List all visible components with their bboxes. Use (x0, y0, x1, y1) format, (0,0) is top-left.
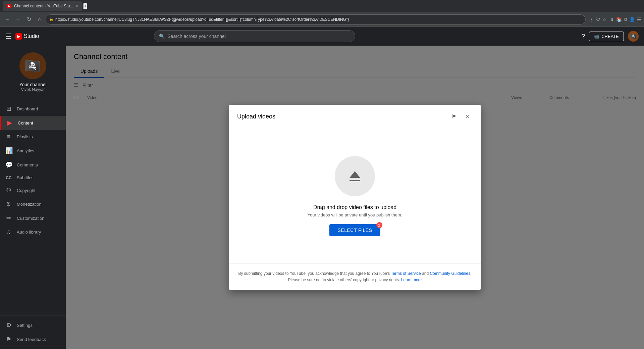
header-right-section: ? 📹 CREATE 🏴‍☠️ (581, 31, 639, 42)
analytics-icon: 📊 (5, 147, 12, 154)
search-icon: 🔍 (159, 34, 165, 39)
forward-button[interactable]: → (13, 15, 23, 24)
sidebar-item-content[interactable]: ▶ Content (0, 116, 66, 130)
page-content: Channel content Uploads Live ☰ Filter Vi… (66, 46, 644, 349)
audio-icon: ♫ (5, 229, 12, 236)
tos-link[interactable]: Terms of Service (391, 271, 421, 276)
sidebar-item-copyright[interactable]: © Copyright (0, 184, 66, 197)
browser-tab-bar: ▶ Channel content - YouTube Stu... × + (0, 0, 644, 12)
tab-switcher-button[interactable]: ⧉ (624, 16, 627, 22)
sidebar-item-label: Customization (17, 216, 44, 221)
community-guidelines-link[interactable]: Community Guidelines (430, 271, 470, 276)
sidebar-item-analytics[interactable]: 📊 Analytics (0, 144, 66, 158)
browser-actions: ⋮ 🛡 ☆ (587, 17, 609, 22)
sidebar-item-label: Analytics (17, 148, 34, 153)
sidebar-item-label: Copyright (17, 188, 36, 193)
upload-arrow (350, 171, 360, 181)
browser-nav-bar: ← → ↻ ⌂ 🔒 https://studio.youtube.com/cha… (0, 12, 644, 27)
comments-icon: 💬 (5, 161, 12, 168)
sidebar-item-label: Subtitles (17, 175, 34, 180)
subtitles-icon: CC (5, 176, 12, 180)
back-button[interactable]: ← (3, 15, 12, 24)
sidebar-item-subtitles[interactable]: CC Subtitles (0, 172, 66, 184)
modal-header: Upload videos ⚑ × (229, 105, 481, 129)
browser-tab[interactable]: ▶ Channel content - YouTube Stu... × (3, 1, 82, 11)
learn-more-link-text[interactable]: Learn more (401, 278, 422, 282)
bookmark-button[interactable]: ☆ (602, 17, 607, 22)
sidebar: 🏴‍☠️ Your channel Vivek Nayyar ⊞ Dashboa… (0, 46, 66, 349)
modal-overlay: Upload videos ⚑ × Drag (66, 46, 644, 349)
create-button[interactable]: 📹 CREATE (589, 32, 624, 41)
shield-button[interactable]: 🛡 (596, 17, 600, 22)
help-button[interactable]: ? (581, 33, 585, 40)
sidebar-item-comments[interactable]: 💬 Comments (0, 158, 66, 172)
new-tab-button[interactable]: + (83, 3, 87, 9)
address-text: https://studio.youtube.com/channel/UC3lu… (55, 17, 349, 22)
main-area: 🏴‍☠️ Your channel Vivek Nayyar ⊞ Dashboa… (0, 46, 644, 349)
sidebar-item-label: Comments (17, 162, 38, 167)
profile-button[interactable]: 👤 (629, 17, 635, 22)
youtube-logo-icon: ▶ (15, 33, 22, 40)
customization-icon: ✏ (5, 214, 12, 222)
search-placeholder-text: Search across your channel (167, 34, 226, 39)
close-tab-icon[interactable]: × (76, 4, 78, 8)
drag-drop-text: Drag and drop video files to upload (313, 204, 396, 210)
app-logo: ▶ Studio (15, 33, 39, 40)
menu-button[interactable]: ☰ (637, 17, 641, 22)
select-files-label: SELECT FILES (337, 228, 372, 233)
play-icon: ▶ (17, 34, 20, 39)
header-search-bar[interactable]: 🔍 Search across your channel (154, 30, 355, 42)
modal-header-actions: ⚑ × (448, 111, 473, 122)
extensions-button[interactable]: ⋮ (589, 17, 594, 22)
sidebar-item-audio-library[interactable]: ♫ Audio library (0, 225, 66, 239)
user-avatar[interactable]: 🏴‍☠️ (628, 31, 639, 42)
download-button[interactable]: ⬇ (610, 17, 614, 22)
sidebar-profile: 🏴‍☠️ Your channel Vivek Nayyar (0, 46, 66, 99)
address-bar[interactable]: 🔒 https://studio.youtube.com/channel/UC3… (46, 14, 586, 24)
private-until-publish-text: Your videos will be private until you pu… (308, 212, 402, 217)
create-video-icon: 📹 (594, 34, 599, 39)
settings-icon: ⚙ (5, 321, 12, 329)
sidebar-item-settings[interactable]: ⚙ Settings (0, 318, 66, 332)
arrow-up-shape (350, 171, 360, 178)
content-icon: ▶ (6, 119, 13, 127)
modal-title: Upload videos (237, 113, 448, 120)
upload-icon-circle (335, 156, 375, 196)
sidebar-item-monetization[interactable]: $ Monetization (0, 197, 66, 211)
sidebar-bottom: ⚙ Settings ⚑ Send feedback (0, 315, 66, 349)
footer-and-text: and (422, 271, 430, 276)
feedback-icon: ⚑ (5, 336, 12, 343)
sidebar-item-label: Monetization (17, 202, 42, 207)
sidebar-item-label: Settings (17, 323, 33, 328)
sidebar-item-send-feedback[interactable]: ⚑ Send feedback (0, 332, 66, 346)
footer-second-line: Please be sure not to violate others' co… (288, 278, 400, 282)
app-wrapper: ☰ ▶ Studio 🔍 Search across your channel … (0, 27, 644, 349)
app-header: ☰ ▶ Studio 🔍 Search across your channel … (0, 27, 644, 46)
home-button[interactable]: ⌂ (35, 15, 44, 24)
sidebar-nav: ⊞ Dashboard ▶ Content ≡ Playlists 📊 Anal… (0, 99, 66, 315)
tab-title: Channel content - YouTube Stu... (14, 4, 73, 8)
sidebar-item-label: Playlists (17, 134, 33, 139)
modal-close-button[interactable]: × (462, 111, 473, 122)
bookmarks-button[interactable]: 📚 (616, 17, 622, 22)
footer-main-text: By submitting your videos to YouTube, yo… (238, 271, 390, 276)
copyright-icon: © (5, 187, 12, 194)
notification-badge: 1 (376, 222, 382, 228)
channel-name: Your channel (19, 82, 46, 87)
menu-icon-button[interactable]: ☰ (5, 32, 11, 40)
refresh-button[interactable]: ↻ (24, 15, 34, 24)
playlists-icon: ≡ (5, 133, 12, 140)
modal-flag-button[interactable]: ⚑ (448, 111, 459, 122)
create-button-label: CREATE (601, 34, 619, 39)
security-icon: 🔒 (49, 17, 53, 21)
select-files-button[interactable]: SELECT FILES 1 (329, 224, 380, 236)
sidebar-item-dashboard[interactable]: ⊞ Dashboard (0, 102, 66, 116)
dashboard-icon: ⊞ (5, 105, 12, 112)
footer-period: . (470, 271, 471, 276)
sidebar-item-playlists[interactable]: ≡ Playlists (0, 130, 66, 144)
avatar[interactable]: 🏴‍☠️ (19, 52, 46, 79)
channel-handle: Vivek Nayyar (21, 87, 45, 92)
monetization-icon: $ (5, 201, 12, 208)
sidebar-item-customization[interactable]: ✏ Customization (0, 211, 66, 225)
sidebar-item-label: Audio library (17, 230, 41, 235)
